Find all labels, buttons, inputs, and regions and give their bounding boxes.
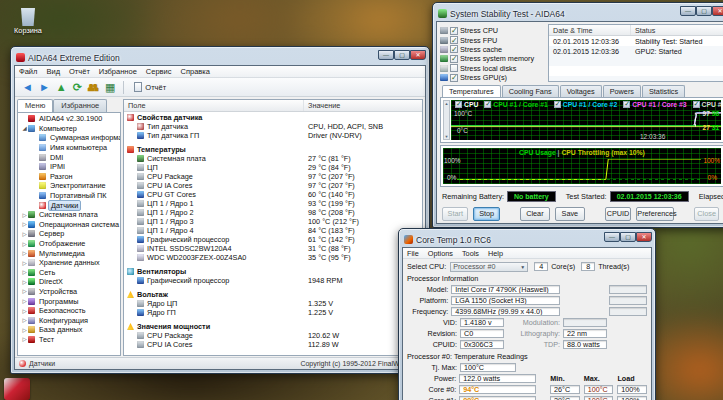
tree-item[interactable]: Суммарная информация bbox=[18, 133, 120, 143]
stress-checkbox[interactable] bbox=[450, 36, 458, 44]
sensor-row[interactable]: Графический процессор 1948 RPM bbox=[124, 276, 422, 285]
tree-item[interactable]: Имя компьютера bbox=[18, 143, 120, 153]
maximize-button[interactable]: ▢ bbox=[696, 6, 712, 16]
graph-scrollbar[interactable]: ▲▼ bbox=[443, 100, 450, 140]
sensor-row[interactable]: Системная плата 27 °C (81 °F) bbox=[124, 154, 422, 163]
sensor-row[interactable]: Температуры bbox=[124, 145, 422, 154]
stability-button[interactable]: Stop bbox=[473, 207, 499, 221]
report-button[interactable]: Отчёт bbox=[129, 80, 171, 94]
tree-item[interactable]: ▷ Сеть bbox=[18, 268, 120, 278]
minimize-button[interactable]: — bbox=[680, 6, 696, 16]
stability-button[interactable]: Save bbox=[555, 207, 585, 221]
tree-item[interactable]: AIDA64 v2.30.1900 bbox=[18, 114, 120, 124]
sensor-row[interactable]: Ядро ГП 1.225 V bbox=[124, 308, 422, 317]
log-row[interactable]: 02.01.2015 12:03:36 GPU2: Started bbox=[549, 46, 723, 56]
tree-twisty[interactable]: ▷ bbox=[21, 221, 28, 227]
tree-item[interactable]: ▷ Отображение bbox=[18, 239, 120, 249]
sensor-row[interactable]: CPU Package 97 °C (207 °F) bbox=[124, 172, 422, 181]
menu-item[interactable]: Tools bbox=[462, 249, 479, 258]
menu-item[interactable]: Избранное bbox=[99, 67, 137, 76]
users-icon[interactable]: 👥︎ bbox=[88, 82, 99, 93]
tree-item[interactable]: ▷ Безопасность bbox=[18, 306, 120, 316]
menu-item[interactable]: Отчёт bbox=[69, 67, 90, 76]
close-button[interactable]: ✕ bbox=[712, 6, 723, 16]
legend-checkbox[interactable] bbox=[554, 101, 561, 108]
sensor-row[interactable]: CPU Package 120.62 W bbox=[124, 331, 422, 340]
sensor-row[interactable]: INTEL SSDSC2BW120A4 31 °C (88 °F) bbox=[124, 244, 422, 253]
graph-tab[interactable]: Temperatures bbox=[442, 85, 501, 97]
sensor-row[interactable]: Ядро ЦП 1.325 V bbox=[124, 299, 422, 308]
tree-twisty[interactable]: ▷ bbox=[21, 288, 28, 294]
legend-checkbox[interactable] bbox=[484, 101, 491, 108]
coretemp-titlebar[interactable]: Core Temp 1.0 RC6 — ▢ ✕ bbox=[402, 232, 652, 247]
tree-item[interactable]: ▷ Программы bbox=[18, 296, 120, 306]
sensor-row[interactable]: ЦП 1 / Ядро 2 98 °C (208 °F) bbox=[124, 208, 422, 217]
graph-tab[interactable]: Statistics bbox=[642, 85, 685, 97]
tree-twisty[interactable]: ▷ bbox=[21, 336, 28, 342]
menu-item[interactable]: Файл bbox=[19, 67, 37, 76]
tree-twisty[interactable]: ▷ bbox=[21, 298, 28, 304]
tree-twisty[interactable]: ▷ bbox=[21, 260, 28, 266]
stress-checkbox[interactable] bbox=[450, 74, 458, 82]
tree-item[interactable]: ▷ Операционная система bbox=[18, 220, 120, 230]
menu-item[interactable]: Options bbox=[428, 249, 453, 258]
tab-favorites[interactable]: Избранное bbox=[53, 99, 107, 112]
sensor-row[interactable]: ЦП 1 / Ядро 1 93 °C (199 °F) bbox=[124, 199, 422, 208]
tab-menu[interactable]: Меню bbox=[17, 99, 53, 112]
tree-item[interactable]: Датчики bbox=[18, 200, 120, 210]
tree-twisty[interactable]: ▷ bbox=[21, 317, 28, 323]
log-row[interactable]: 02.01.2015 12:03:36 Stability Test: Star… bbox=[549, 36, 723, 46]
tree-twisty[interactable]: ▷ bbox=[21, 308, 28, 314]
column-header-value[interactable]: Значение bbox=[304, 100, 344, 111]
minimize-button[interactable]: — bbox=[604, 232, 620, 242]
stability-button[interactable]: Clear bbox=[520, 207, 550, 221]
stability-button[interactable]: Start bbox=[442, 207, 468, 221]
tree-item[interactable]: ▷ Хранение данных bbox=[18, 258, 120, 268]
refresh-icon[interactable]: ⟳ bbox=[73, 82, 82, 93]
column-header-field[interactable]: Поле bbox=[124, 100, 304, 111]
maximize-button[interactable]: ▢ bbox=[394, 50, 410, 60]
tree-item[interactable]: Разгон bbox=[18, 172, 120, 182]
close-button[interactable]: ✕ bbox=[636, 232, 652, 242]
sensor-row[interactable]: CPU IA Cores 112.89 W bbox=[124, 340, 422, 349]
menu-item[interactable]: Сервис bbox=[146, 67, 172, 76]
stress-checkbox[interactable] bbox=[450, 64, 458, 72]
tree-item[interactable]: Электропитание bbox=[18, 181, 120, 191]
sensor-row[interactable]: Значения мощности bbox=[124, 322, 422, 331]
sensor-row[interactable]: Свойства датчика bbox=[124, 113, 422, 122]
tree-twisty[interactable]: ◢ bbox=[21, 125, 28, 131]
tree-item[interactable]: ▷ Устройства bbox=[18, 287, 120, 297]
tree-twisty[interactable]: ▷ bbox=[21, 327, 28, 333]
graph-tab[interactable]: Voltages bbox=[560, 85, 602, 97]
log-column-status[interactable]: Status bbox=[631, 25, 659, 35]
sensor-row[interactable]: ЦП 1 / Ядро 3 100 °C (212 °F) bbox=[124, 217, 422, 226]
stability-button[interactable]: CPUID bbox=[605, 207, 631, 221]
sensor-row[interactable]: ЦП 29 °C (84 °F) bbox=[124, 163, 422, 172]
monitor-icon[interactable]: ▦ bbox=[105, 82, 115, 93]
menu-item[interactable]: Справка bbox=[181, 67, 210, 76]
sensor-row[interactable]: CPU GT Cores 60 °C (140 °F) bbox=[124, 190, 422, 199]
legend-checkbox[interactable] bbox=[623, 101, 630, 108]
close-button[interactable]: ✕ bbox=[410, 50, 426, 60]
graph-tab[interactable]: Cooling Fans bbox=[502, 85, 559, 97]
tree-twisty[interactable]: ▷ bbox=[21, 212, 28, 218]
tree-item[interactable]: ◢ Компьютер bbox=[18, 124, 120, 134]
tree-item[interactable]: DMI bbox=[18, 152, 120, 162]
log-column-datetime[interactable]: Date & Time bbox=[549, 25, 631, 35]
menu-item[interactable]: Help bbox=[488, 249, 503, 258]
sensor-row[interactable]: Вентиляторы bbox=[124, 267, 422, 276]
menu-item[interactable]: Вид bbox=[46, 67, 60, 76]
back-icon[interactable]: ◄ bbox=[22, 82, 33, 93]
sensor-row[interactable]: Тип датчика ГП Driver (NV-DRV) bbox=[124, 131, 422, 140]
stability-test-titlebar[interactable]: System Stability Test - AIDA64 — ▢ ✕ bbox=[436, 6, 723, 21]
stress-checkbox[interactable] bbox=[450, 27, 458, 35]
tree-item[interactable]: ▷ Мультимедиа bbox=[18, 248, 120, 258]
sensor-row[interactable]: Тип датчика CPU, HDD, ACPI, SNB bbox=[124, 122, 422, 131]
tree-twisty[interactable]: ▷ bbox=[21, 241, 28, 247]
tree-twisty[interactable]: ▷ bbox=[21, 250, 28, 256]
stability-button[interactable]: Preferences bbox=[636, 207, 674, 221]
maximize-button[interactable]: ▢ bbox=[620, 232, 636, 242]
legend-checkbox[interactable] bbox=[693, 101, 700, 108]
sensor-row[interactable]: Вольтаж bbox=[124, 290, 422, 299]
cpu-select[interactable]: Processor #0 ▼ bbox=[450, 262, 528, 272]
